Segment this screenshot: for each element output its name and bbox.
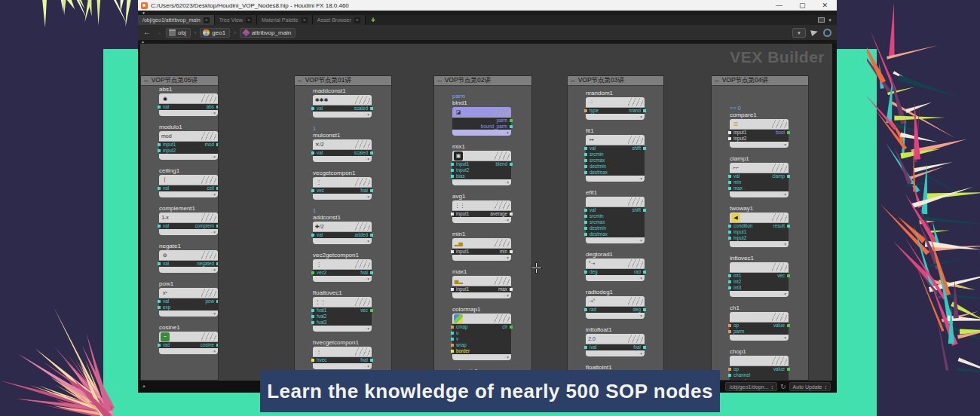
node-inttofloat1[interactable]: inttofloat12.0ivalfval· ▾ (586, 326, 645, 356)
node-tile[interactable]: ⋮ (313, 259, 372, 270)
node-bind1[interactable]: parmbind1◪parmbound_parm· ▾ (452, 93, 511, 136)
output-connector[interactable] (643, 209, 646, 212)
input-connector[interactable] (584, 171, 587, 174)
output-connector[interactable] (510, 163, 513, 166)
node-tile[interactable]: mod (159, 131, 218, 142)
output-connector[interactable] (787, 324, 790, 327)
input-connector[interactable] (584, 346, 587, 349)
tab-close-icon[interactable]: × (302, 17, 308, 23)
node-negate1[interactable]: negate1⊖valnegated· ▾ (159, 243, 218, 273)
output-connector[interactable] (216, 225, 219, 228)
node-vec2getcompon1[interactable]: vec2getcompon1⋮vec2fval· ▾ (313, 252, 372, 282)
output-connector[interactable] (216, 262, 219, 265)
output-connector[interactable] (787, 175, 790, 178)
node-cosine1[interactable]: cosine1~radcosine· ▾ (159, 324, 218, 354)
output-connector[interactable] (370, 359, 373, 362)
node-tile[interactable]: 2.0 (586, 334, 645, 344)
node-tile[interactable]: ◪ (452, 107, 511, 118)
output-connector[interactable] (787, 131, 790, 134)
node-complement1[interactable]: complement11-xvalcomplem· ▾ (159, 205, 218, 235)
node-tile[interactable] (730, 356, 789, 366)
node-twoway1[interactable]: twoway1◀conditionresultinput1input2· ▾ (730, 205, 789, 247)
node-tile[interactable]: ⋮ (313, 177, 372, 188)
node-max1[interactable]: max1▅▂input1max· ▾ (452, 268, 511, 298)
node-tile[interactable]: ◀ (730, 213, 789, 223)
node-efit1[interactable]: efit1valshiftsrcminsrcmaxdestmindestmax·… (586, 189, 645, 243)
node-tile[interactable]: ⋮⋮ (313, 297, 372, 307)
breadcrumb-item-geo1[interactable]: geo1 (200, 28, 230, 38)
input-connector[interactable] (584, 271, 587, 274)
input-connector[interactable] (728, 131, 731, 134)
input-connector[interactable] (728, 137, 731, 140)
output-connector[interactable] (370, 234, 373, 237)
output-connector[interactable] (643, 271, 646, 274)
output-connector[interactable] (510, 288, 513, 291)
splitter-arrow-icon[interactable]: ▲ (142, 384, 146, 388)
node-modulo1[interactable]: modulo1modinput1modinput2· ▾ (159, 124, 218, 160)
output-connector[interactable] (510, 125, 513, 128)
node-mulconst1[interactable]: 1mulconst1✕/2valscaled· ▾ (313, 125, 372, 162)
output-connector[interactable] (510, 326, 513, 329)
node-colormap1[interactable]: colormap1 cmapclruvwrapborder· ▾ (452, 306, 511, 360)
input-connector[interactable] (158, 149, 161, 152)
output-connector[interactable] (216, 143, 219, 146)
input-connector[interactable] (584, 147, 587, 150)
node-tile[interactable] (730, 262, 789, 273)
input-connector[interactable] (451, 338, 454, 341)
input-connector[interactable] (728, 368, 731, 371)
node-tile[interactable]: ✚/2 (313, 222, 372, 232)
node-mix1[interactable]: mix1▣input1blendinput2bias· ▾ (452, 143, 511, 185)
update-mode-spinner-icon[interactable]: ↕ (825, 384, 828, 390)
input-connector[interactable] (451, 250, 454, 253)
input-connector[interactable] (728, 231, 731, 234)
output-connector[interactable] (216, 344, 219, 347)
collapse-box-icon[interactable]: ─ (298, 76, 302, 86)
node-abs1[interactable]: abs1◉valabs· ▾ (159, 86, 218, 116)
network-editor[interactable]: VEX Builder ─VOP节点第01讲maddconst1✱✱✱valsc… (140, 44, 832, 381)
pane-menu-caret-icon[interactable]: ▼ (828, 18, 832, 23)
input-connector[interactable] (584, 221, 587, 224)
input-connector[interactable] (584, 159, 587, 162)
node-tile[interactable]: 1-x (159, 213, 218, 223)
path-spinner-icon[interactable]: ↕ (771, 384, 774, 390)
node-chop1[interactable]: chop1opvaluechannelsample· ▾ (730, 348, 789, 381)
input-connector[interactable] (584, 209, 587, 212)
tab-tree-view[interactable]: Tree View× (215, 15, 257, 25)
node-maddconst1[interactable]: maddconst1✱✱✱valscaled· ▾ (313, 87, 372, 118)
node-tile[interactable]: ⌈ (159, 175, 218, 185)
node-tile[interactable] (586, 197, 645, 207)
input-connector[interactable] (584, 153, 587, 156)
collapse-box-icon[interactable]: ─ (144, 76, 149, 86)
output-connector[interactable] (643, 346, 646, 349)
recook-icon[interactable]: ↻ (780, 382, 786, 391)
network-box-2[interactable]: ─VOP节点第02讲parmbind1◪parmbound_parm· ▾mix… (433, 75, 532, 381)
node-hvecgetcompon1[interactable]: hvecgetcompon1⋮hvecfval· ▾ (313, 339, 372, 369)
node-pow1[interactable]: pow1xⁿvalpowexp· ▾ (159, 280, 218, 317)
network-box-4[interactable]: ─VOP节点第04讲== 0compare1☰input1boolinput2·… (711, 75, 809, 381)
input-connector[interactable] (158, 344, 161, 347)
output-connector[interactable] (510, 119, 513, 122)
input-connector[interactable] (728, 324, 731, 327)
input-connector[interactable] (584, 227, 587, 230)
minimize-button[interactable]: — (776, 0, 782, 11)
input-connector[interactable] (728, 181, 731, 184)
breadcrumb-item-obj[interactable]: obj (166, 28, 191, 38)
input-connector[interactable] (584, 308, 587, 311)
input-connector[interactable] (584, 109, 587, 112)
input-connector[interactable] (311, 107, 314, 110)
input-connector[interactable] (158, 106, 161, 109)
output-connector[interactable] (643, 147, 646, 150)
input-connector[interactable] (584, 215, 587, 218)
input-connector[interactable] (728, 374, 731, 377)
tab-close-icon[interactable]: × (204, 17, 210, 23)
node-avg1[interactable]: avg1⋮⋮input1average· ▾ (452, 193, 511, 223)
node-compare1[interactable]: == 0compare1☰input1boolinput2· ▾ (730, 105, 789, 148)
input-connector[interactable] (451, 326, 454, 329)
node-tile[interactable]: xⁿ (159, 288, 218, 298)
input-connector[interactable] (311, 359, 314, 362)
node-nrandom1[interactable]: nrandom1⁘typenrand· ▾ (586, 90, 645, 120)
input-connector[interactable] (158, 187, 161, 190)
output-connector[interactable] (787, 368, 790, 371)
node-tile[interactable]: ✱✱✱ (313, 95, 372, 106)
input-connector[interactable] (451, 169, 454, 172)
